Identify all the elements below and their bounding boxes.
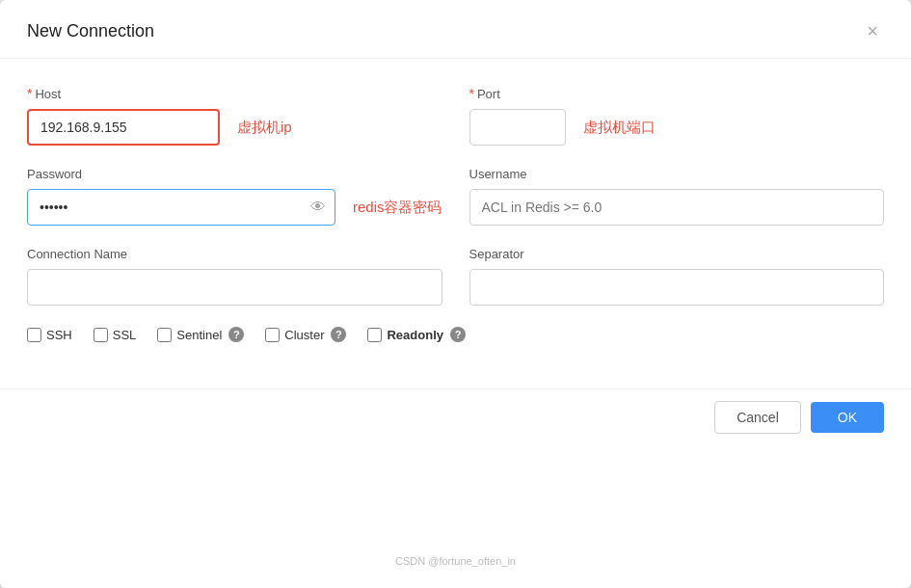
connection-name-label: Connection Name: [27, 247, 442, 261]
host-port-row: * Host 虚拟机ip * Port 6379 虚拟机端口: [27, 86, 884, 146]
cluster-checkbox[interactable]: [265, 328, 280, 342]
cancel-button[interactable]: Cancel: [714, 401, 801, 434]
port-input[interactable]: 6379: [469, 109, 566, 146]
password-group: Password 👁 redis容器密码: [27, 167, 442, 226]
sentinel-help-icon[interactable]: ?: [228, 327, 244, 342]
dialog-body: * Host 虚拟机ip * Port 6379 虚拟机端口: [0, 59, 911, 388]
readonly-checkbox[interactable]: [367, 328, 382, 342]
sentinel-checkbox[interactable]: [157, 328, 172, 342]
host-group: * Host 虚拟机ip: [27, 86, 442, 146]
checkboxes-row: SSH SSL Sentinel ? Cluster ? Readonly ?: [27, 327, 884, 342]
port-label: * Port: [469, 86, 885, 101]
ok-button[interactable]: OK: [811, 402, 884, 433]
port-annotation: 虚拟机端口: [583, 119, 656, 137]
dialog-header: New Connection ×: [0, 0, 911, 59]
connection-separator-row: Connection Name Separator :: [27, 247, 884, 306]
sentinel-checkbox-item: Sentinel ?: [157, 327, 244, 342]
sentinel-label: Sentinel: [176, 328, 222, 342]
password-annotation: redis容器密码: [353, 199, 442, 217]
dialog-title: New Connection: [27, 21, 154, 41]
host-input-wrap: 虚拟机ip: [27, 109, 442, 146]
ssh-checkbox-item: SSH: [27, 328, 72, 342]
port-required-star: *: [469, 86, 474, 101]
ssl-checkbox[interactable]: [94, 328, 108, 342]
port-group: * Port 6379 虚拟机端口: [469, 86, 885, 146]
ssh-checkbox[interactable]: [27, 328, 41, 342]
host-annotation: 虚拟机ip: [237, 119, 292, 137]
cluster-checkbox-item: Cluster ?: [265, 327, 346, 342]
password-username-row: Password 👁 redis容器密码 Username: [27, 167, 884, 226]
password-wrapper: 👁: [27, 189, 335, 226]
new-connection-dialog: New Connection × * Host 虚拟机ip * Port: [0, 0, 911, 588]
readonly-checkbox-item: Readonly ?: [367, 327, 466, 342]
close-button[interactable]: ×: [861, 19, 884, 42]
password-label: Password: [27, 167, 442, 181]
host-label: * Host: [27, 86, 442, 101]
separator-input[interactable]: :: [469, 269, 885, 306]
host-required-star: *: [27, 86, 32, 101]
watermark: CSDN @fortune_often_in: [395, 555, 516, 567]
ssh-label: SSH: [46, 328, 72, 342]
readonly-help-icon[interactable]: ?: [450, 327, 466, 342]
eye-icon[interactable]: 👁: [310, 199, 326, 216]
separator-label: Separator: [469, 247, 885, 261]
connection-name-group: Connection Name: [27, 247, 442, 306]
cluster-label: Cluster: [284, 328, 324, 342]
host-input[interactable]: [27, 109, 220, 146]
separator-group: Separator :: [469, 247, 885, 306]
ssl-label: SSL: [113, 328, 137, 342]
cluster-help-icon[interactable]: ?: [331, 327, 346, 342]
password-input[interactable]: [27, 189, 335, 226]
connection-name-input[interactable]: [27, 269, 442, 306]
dialog-footer: Cancel OK: [0, 388, 911, 453]
username-label: Username: [469, 167, 885, 181]
username-input[interactable]: [469, 189, 885, 226]
ssl-checkbox-item: SSL: [94, 328, 137, 342]
readonly-label: Readonly: [387, 328, 443, 342]
username-group: Username: [469, 167, 885, 226]
